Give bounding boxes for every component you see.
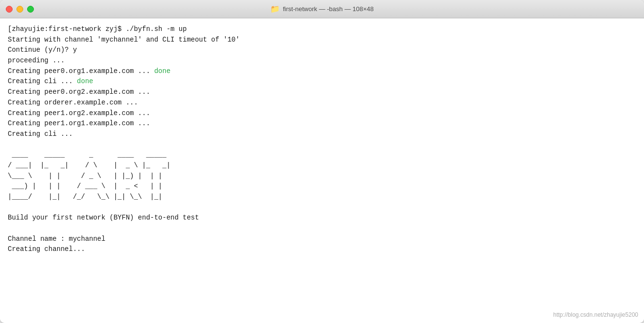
close-button[interactable]: [6, 6, 13, 13]
titlebar: 📁 first-network — -bash — 108×48: [0, 0, 644, 18]
terminal-content[interactable]: [zhayujie:first-network zyj$ ./byfn.sh -…: [0, 18, 644, 323]
traffic-lights: [6, 6, 34, 13]
terminal-output: [zhayujie:first-network zyj$ ./byfn.sh -…: [8, 24, 636, 255]
titlebar-title: 📁 first-network — -bash — 108×48: [270, 4, 374, 14]
minimize-button[interactable]: [16, 6, 23, 13]
window-title: first-network — -bash — 108×48: [283, 5, 374, 13]
watermark: http://blog.csdn.net/zhayujie5200: [553, 310, 638, 319]
maximize-button[interactable]: [27, 6, 34, 13]
folder-icon: 📁: [270, 4, 280, 14]
terminal-window: 📁 first-network — -bash — 108×48 [zhayuj…: [0, 0, 644, 323]
